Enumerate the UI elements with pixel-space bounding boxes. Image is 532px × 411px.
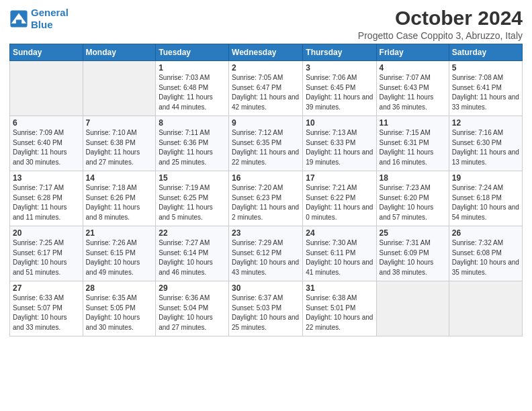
- day-number: 14: [86, 173, 153, 183]
- day-info: Sunrise: 7:08 AM Sunset: 6:41 PM Dayligh…: [452, 73, 519, 112]
- calendar-cell: 25Sunrise: 7:31 AM Sunset: 6:09 PM Dayli…: [376, 226, 449, 281]
- day-number: 2: [232, 63, 300, 73]
- day-info: Sunrise: 7:05 AM Sunset: 6:47 PM Dayligh…: [232, 73, 300, 112]
- logo: General Blue: [9, 7, 69, 31]
- calendar-header-cell: Tuesday: [156, 44, 229, 61]
- page: General Blue October 2024 Progetto Case …: [0, 0, 532, 411]
- day-number: 22: [159, 228, 226, 238]
- day-number: 20: [13, 228, 80, 238]
- calendar-cell: 20Sunrise: 7:25 AM Sunset: 6:17 PM Dayli…: [10, 226, 83, 281]
- calendar-header-cell: Saturday: [449, 44, 522, 61]
- calendar-cell: 21Sunrise: 7:26 AM Sunset: 6:15 PM Dayli…: [83, 226, 156, 281]
- calendar-cell: 17Sunrise: 7:21 AM Sunset: 6:22 PM Dayli…: [303, 171, 376, 226]
- day-number: 1: [159, 63, 226, 73]
- day-number: 25: [380, 228, 446, 238]
- calendar-header-row: SundayMondayTuesdayWednesdayThursdayFrid…: [10, 44, 523, 61]
- calendar-cell: 19Sunrise: 7:24 AM Sunset: 6:18 PM Dayli…: [449, 171, 522, 226]
- day-info: Sunrise: 6:35 AM Sunset: 5:05 PM Dayligh…: [86, 293, 153, 332]
- calendar-cell: 9Sunrise: 7:12 AM Sunset: 6:35 PM Daylig…: [229, 116, 303, 171]
- calendar-cell: 13Sunrise: 7:17 AM Sunset: 6:28 PM Dayli…: [10, 171, 83, 226]
- day-info: Sunrise: 7:24 AM Sunset: 6:18 PM Dayligh…: [452, 183, 519, 222]
- calendar-cell: 2Sunrise: 7:05 AM Sunset: 6:47 PM Daylig…: [229, 61, 303, 116]
- day-info: Sunrise: 7:11 AM Sunset: 6:36 PM Dayligh…: [159, 128, 226, 167]
- day-number: 18: [380, 173, 446, 183]
- calendar-cell: 14Sunrise: 7:18 AM Sunset: 6:26 PM Dayli…: [83, 171, 156, 226]
- day-info: Sunrise: 7:17 AM Sunset: 6:28 PM Dayligh…: [13, 183, 80, 222]
- calendar-cell: 30Sunrise: 6:37 AM Sunset: 5:03 PM Dayli…: [229, 281, 303, 336]
- calendar-cell: 23Sunrise: 7:29 AM Sunset: 6:12 PM Dayli…: [229, 226, 303, 281]
- day-info: Sunrise: 7:06 AM Sunset: 6:45 PM Dayligh…: [306, 73, 373, 112]
- calendar-week-row: 6Sunrise: 7:09 AM Sunset: 6:40 PM Daylig…: [10, 116, 523, 171]
- calendar-cell: [83, 61, 156, 116]
- day-info: Sunrise: 7:09 AM Sunset: 6:40 PM Dayligh…: [13, 128, 80, 167]
- calendar-cell: 11Sunrise: 7:15 AM Sunset: 6:31 PM Dayli…: [376, 116, 449, 171]
- calendar-header-cell: Wednesday: [229, 44, 303, 61]
- svg-rect-2: [16, 19, 21, 24]
- day-number: 3: [306, 63, 373, 73]
- logo-text: General Blue: [31, 7, 69, 31]
- calendar-header-cell: Friday: [376, 44, 449, 61]
- calendar-table: SundayMondayTuesdayWednesdayThursdayFrid…: [9, 44, 523, 336]
- calendar-cell: [10, 61, 83, 116]
- day-number: 13: [13, 173, 80, 183]
- calendar-cell: [449, 281, 522, 336]
- main-title: October 2024: [358, 7, 523, 29]
- calendar-week-row: 1Sunrise: 7:03 AM Sunset: 6:48 PM Daylig…: [10, 61, 523, 116]
- calendar-header-cell: Thursday: [303, 44, 376, 61]
- day-info: Sunrise: 7:16 AM Sunset: 6:30 PM Dayligh…: [452, 128, 519, 167]
- day-info: Sunrise: 7:18 AM Sunset: 6:26 PM Dayligh…: [86, 183, 153, 222]
- calendar-cell: 31Sunrise: 6:38 AM Sunset: 5:01 PM Dayli…: [303, 281, 376, 336]
- day-number: 17: [306, 173, 373, 183]
- day-number: 4: [380, 63, 446, 73]
- day-info: Sunrise: 6:37 AM Sunset: 5:03 PM Dayligh…: [232, 293, 300, 332]
- day-info: Sunrise: 7:10 AM Sunset: 6:38 PM Dayligh…: [86, 128, 153, 167]
- day-info: Sunrise: 7:21 AM Sunset: 6:22 PM Dayligh…: [306, 183, 373, 222]
- day-number: 30: [232, 283, 300, 293]
- day-number: 8: [159, 118, 226, 128]
- day-info: Sunrise: 7:32 AM Sunset: 6:08 PM Dayligh…: [452, 238, 519, 277]
- calendar-cell: 7Sunrise: 7:10 AM Sunset: 6:38 PM Daylig…: [83, 116, 156, 171]
- day-number: 15: [159, 173, 226, 183]
- day-number: 19: [452, 173, 519, 183]
- day-number: 27: [13, 283, 80, 293]
- day-number: 23: [232, 228, 300, 238]
- day-info: Sunrise: 7:23 AM Sunset: 6:20 PM Dayligh…: [380, 183, 446, 222]
- title-block: October 2024 Progetto Case Coppito 3, Ab…: [358, 7, 523, 41]
- day-info: Sunrise: 7:19 AM Sunset: 6:25 PM Dayligh…: [159, 183, 226, 222]
- header: General Blue October 2024 Progetto Case …: [9, 7, 523, 41]
- day-number: 11: [380, 118, 446, 128]
- day-info: Sunrise: 7:12 AM Sunset: 6:35 PM Dayligh…: [232, 128, 300, 167]
- day-info: Sunrise: 7:15 AM Sunset: 6:31 PM Dayligh…: [380, 128, 446, 167]
- calendar-week-row: 27Sunrise: 6:33 AM Sunset: 5:07 PM Dayli…: [10, 281, 523, 336]
- calendar-cell: 4Sunrise: 7:07 AM Sunset: 6:43 PM Daylig…: [376, 61, 449, 116]
- calendar-cell: 16Sunrise: 7:20 AM Sunset: 6:23 PM Dayli…: [229, 171, 303, 226]
- day-info: Sunrise: 7:07 AM Sunset: 6:43 PM Dayligh…: [380, 73, 446, 112]
- day-info: Sunrise: 7:31 AM Sunset: 6:09 PM Dayligh…: [380, 238, 446, 277]
- day-number: 12: [452, 118, 519, 128]
- calendar-cell: 18Sunrise: 7:23 AM Sunset: 6:20 PM Dayli…: [376, 171, 449, 226]
- day-info: Sunrise: 7:29 AM Sunset: 6:12 PM Dayligh…: [232, 238, 300, 277]
- calendar-week-row: 20Sunrise: 7:25 AM Sunset: 6:17 PM Dayli…: [10, 226, 523, 281]
- calendar-cell: 12Sunrise: 7:16 AM Sunset: 6:30 PM Dayli…: [449, 116, 522, 171]
- calendar-cell: 24Sunrise: 7:30 AM Sunset: 6:11 PM Dayli…: [303, 226, 376, 281]
- calendar-cell: 27Sunrise: 6:33 AM Sunset: 5:07 PM Dayli…: [10, 281, 83, 336]
- calendar-cell: 22Sunrise: 7:27 AM Sunset: 6:14 PM Dayli…: [156, 226, 229, 281]
- calendar-week-row: 13Sunrise: 7:17 AM Sunset: 6:28 PM Dayli…: [10, 171, 523, 226]
- calendar-cell: 10Sunrise: 7:13 AM Sunset: 6:33 PM Dayli…: [303, 116, 376, 171]
- calendar-cell: 1Sunrise: 7:03 AM Sunset: 6:48 PM Daylig…: [156, 61, 229, 116]
- day-number: 6: [13, 118, 80, 128]
- logo-icon: [9, 9, 28, 28]
- calendar-cell: 6Sunrise: 7:09 AM Sunset: 6:40 PM Daylig…: [10, 116, 83, 171]
- calendar-cell: 29Sunrise: 6:36 AM Sunset: 5:04 PM Dayli…: [156, 281, 229, 336]
- calendar-cell: 26Sunrise: 7:32 AM Sunset: 6:08 PM Dayli…: [449, 226, 522, 281]
- calendar-cell: 15Sunrise: 7:19 AM Sunset: 6:25 PM Dayli…: [156, 171, 229, 226]
- day-info: Sunrise: 6:36 AM Sunset: 5:04 PM Dayligh…: [159, 293, 226, 332]
- day-number: 24: [306, 228, 373, 238]
- day-number: 26: [452, 228, 519, 238]
- day-info: Sunrise: 7:26 AM Sunset: 6:15 PM Dayligh…: [86, 238, 153, 277]
- calendar-header-cell: Monday: [83, 44, 156, 61]
- day-info: Sunrise: 7:13 AM Sunset: 6:33 PM Dayligh…: [306, 128, 373, 167]
- calendar-cell: [376, 281, 449, 336]
- day-number: 16: [232, 173, 300, 183]
- day-number: 31: [306, 283, 373, 293]
